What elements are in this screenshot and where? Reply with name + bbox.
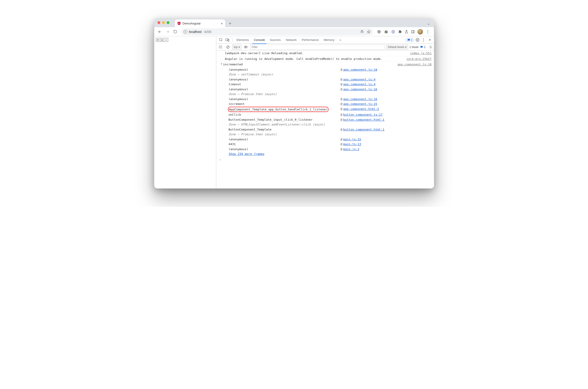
- stack-frame-link[interactable]: button.component.ts:17: [343, 112, 383, 117]
- at-symbol: @: [341, 127, 342, 132]
- svg-marker-3: [367, 30, 370, 33]
- group-toggle-icon[interactable]: ▼: [221, 62, 222, 65]
- tab-close-button[interactable]: ×: [221, 22, 223, 25]
- log-source-link[interactable]: app.component.ts:18: [395, 62, 432, 67]
- stack-frame-function: (anonymous): [229, 137, 341, 142]
- stack-frame-link[interactable]: app.component.html:2: [343, 107, 379, 112]
- stack-frame-function: 4431: [229, 142, 341, 147]
- execution-context-selector[interactable]: top ▾: [232, 45, 241, 50]
- devtools-close-button[interactable]: ×: [428, 37, 432, 42]
- stack-frame-function: increment: [229, 102, 341, 106]
- extension-icon-3[interactable]: [391, 30, 395, 34]
- app-page: + 1 -: [154, 36, 216, 188]
- stack-frame: ButtonComponent_Template_input_click_0_l…: [229, 117, 434, 122]
- at-symbol: @: [341, 147, 342, 152]
- devtools-settings-icon[interactable]: [416, 38, 420, 42]
- stack-frame-link[interactable]: app.component.ts:15: [343, 102, 377, 106]
- extension-icon-1[interactable]: [377, 30, 381, 34]
- site-info-icon[interactable]: i: [184, 30, 187, 33]
- back-button[interactable]: [157, 29, 163, 35]
- stack-frame: (anonymous)@app.component.ts:16: [229, 97, 434, 102]
- stack-frame: Zone — Promise.then (async): [229, 132, 434, 137]
- stack-frame-link[interactable]: app.component.ts:16: [343, 97, 377, 101]
- stack-frame: Zone — setTimeout (async): [229, 72, 434, 77]
- browser-tab[interactable]: DemoAngular ×: [175, 19, 225, 27]
- new-tab-button[interactable]: +: [227, 20, 233, 27]
- minimize-window-button[interactable]: [162, 21, 165, 24]
- svg-point-8: [386, 32, 387, 33]
- svg-point-9: [392, 30, 395, 33]
- content-area: + 1 - Elements Console Sources Network P: [154, 36, 434, 188]
- stack-frame-link[interactable]: app.component.ts:4: [343, 82, 375, 87]
- stack-frame-function: (anonymous): [229, 147, 341, 152]
- log-message: [webpack-dev-server] Live Reloading enab…: [225, 51, 407, 56]
- stack-frame: (anonymous)@app.component.ts:18: [229, 67, 434, 72]
- extensions-area: [376, 29, 432, 34]
- log-source-link[interactable]: index.js:551: [407, 51, 432, 56]
- inspect-element-icon[interactable]: [218, 37, 224, 43]
- close-window-button[interactable]: [158, 21, 160, 24]
- tab-performance[interactable]: Performance: [299, 36, 321, 44]
- issues-indicator[interactable]: 1 Issue: 1: [409, 45, 426, 49]
- svg-point-18: [245, 46, 246, 48]
- log-levels-selector[interactable]: Default levels ▾: [386, 45, 408, 50]
- bookmark-star-icon[interactable]: [367, 30, 371, 33]
- stack-frame-function: (anonymous): [229, 87, 341, 92]
- browser-menu-button[interactable]: [426, 30, 430, 33]
- tab-sources[interactable]: Sources: [267, 36, 283, 44]
- angular-favicon-icon: [177, 22, 181, 25]
- log-message: Angular is running in development mode. …: [225, 57, 404, 61]
- stack-frame: Zone — Promise.then (async): [229, 92, 434, 97]
- device-toolbar-icon[interactable]: [225, 37, 230, 43]
- stack-frame-link[interactable]: app.component.ts:4: [343, 77, 375, 82]
- tab-elements[interactable]: Elements: [234, 36, 251, 44]
- extension-icon-flask[interactable]: [405, 30, 408, 34]
- devtools-menu-button[interactable]: [421, 38, 426, 42]
- reload-button[interactable]: [172, 29, 179, 35]
- svg-point-5: [378, 31, 379, 32]
- url-port: :4200: [203, 30, 211, 33]
- log-row: [webpack-dev-server] Live Reloading enab…: [216, 51, 434, 56]
- clear-console-icon[interactable]: [225, 44, 231, 50]
- svg-point-7: [385, 32, 386, 33]
- increment-button[interactable]: +: [156, 38, 161, 42]
- stack-frame-function: AppComponent_Template_app_button_handleC…: [229, 107, 341, 112]
- issues-count: 1: [424, 45, 426, 49]
- toolbar: i localhost:4200: [154, 27, 434, 36]
- show-more-frames-link[interactable]: Show 234 more frames: [229, 152, 264, 156]
- messages-badge[interactable]: 1: [406, 38, 414, 42]
- stack-frame-function: ButtonComponent_Template_input_click_0_l…: [229, 118, 341, 122]
- tab-memory[interactable]: Memory: [322, 36, 337, 44]
- console-sidebar-toggle[interactable]: [218, 44, 224, 50]
- stack-frame-function: Zone — Promise.then (async): [229, 92, 341, 97]
- stack-frame-link[interactable]: button.component.html:1: [343, 118, 384, 122]
- live-expression-icon[interactable]: [243, 44, 249, 50]
- chevron-down-icon[interactable]: ⌄: [427, 21, 432, 27]
- decrement-button[interactable]: -: [163, 38, 168, 42]
- console-filter-input[interactable]: [250, 45, 385, 50]
- stack-frame: (anonymous)@main.ts:15: [229, 137, 434, 142]
- extension-icon-panel[interactable]: [411, 30, 415, 33]
- share-icon[interactable]: [360, 30, 364, 33]
- console-settings-icon[interactable]: [429, 45, 432, 49]
- stack-frame-link[interactable]: app.component.ts:16: [343, 87, 377, 92]
- tab-network[interactable]: Network: [284, 36, 299, 44]
- extension-icon-incognito[interactable]: [384, 30, 389, 33]
- maximize-window-button[interactable]: [167, 21, 169, 24]
- console-prompt[interactable]: ›: [216, 157, 434, 163]
- stack-frame-link[interactable]: main.ts:13: [343, 142, 361, 147]
- stack-frame-link[interactable]: button.component.html:1: [343, 127, 384, 132]
- forward-button[interactable]: [164, 29, 171, 35]
- profile-avatar[interactable]: [418, 29, 423, 34]
- log-message: incremented: [223, 62, 395, 67]
- console-output: [webpack-dev-server] Live Reloading enab…: [216, 51, 434, 188]
- extensions-puzzle-icon[interactable]: [398, 30, 402, 33]
- address-bar[interactable]: i localhost:4200: [181, 28, 373, 35]
- stack-frame-link[interactable]: app.component.ts:18: [343, 67, 377, 72]
- tab-console[interactable]: Console: [252, 36, 267, 44]
- counter-widget: + 1 -: [156, 38, 168, 42]
- stack-frame-link[interactable]: main.js:2: [343, 147, 359, 152]
- stack-frame-link[interactable]: main.ts:15: [343, 137, 361, 142]
- log-source-link[interactable]: core.mjs:25627: [404, 57, 432, 61]
- tabs-overflow[interactable]: »: [337, 36, 343, 44]
